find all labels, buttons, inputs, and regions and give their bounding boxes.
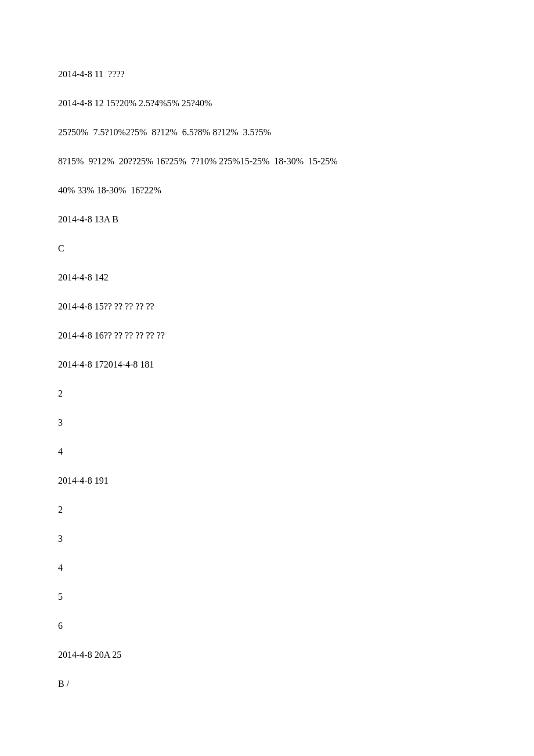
text-line: 8?15% 9?12% 20??25% 16?25% 7?10% 2?5%15-… xyxy=(58,157,476,166)
text-line: 4 xyxy=(58,447,476,456)
text-line: 4 xyxy=(58,563,476,573)
text-line: C xyxy=(58,244,476,253)
text-line: 2014-4-8 20A 25 xyxy=(58,650,476,660)
text-line: 2 xyxy=(58,505,476,514)
text-line: 2014-4-8 142 xyxy=(58,273,476,282)
text-line: 2014-4-8 13A B xyxy=(58,215,476,224)
text-line: 2014-4-8 16?? ?? ?? ?? ?? ?? xyxy=(58,331,476,340)
text-line: 2014-4-8 172014-4-8 181 xyxy=(58,360,476,369)
text-line: 2014-4-8 11 ???? xyxy=(58,70,476,79)
text-line: 6 xyxy=(58,621,476,631)
text-line: 2 xyxy=(58,389,476,398)
text-line: 3 xyxy=(58,534,476,543)
text-line: 25?50% 7.5?10%2?5% 8?12% 6.5?8% 8?12% 3.… xyxy=(58,128,476,137)
text-line: 2014-4-8 12 15?20% 2.5?4%5% 25?40% xyxy=(58,99,476,108)
text-line: 3 xyxy=(58,418,476,427)
text-line: 5 xyxy=(58,592,476,602)
text-line: 2014-4-8 191 xyxy=(58,476,476,485)
text-line: 2014-4-8 15?? ?? ?? ?? ?? xyxy=(58,302,476,311)
text-line: B / xyxy=(58,679,476,689)
text-line: 40% 33% 18-30% 16?22% xyxy=(58,186,476,195)
document-page: 2014-4-8 11 ???? 2014-4-8 12 15?20% 2.5?… xyxy=(0,0,534,755)
